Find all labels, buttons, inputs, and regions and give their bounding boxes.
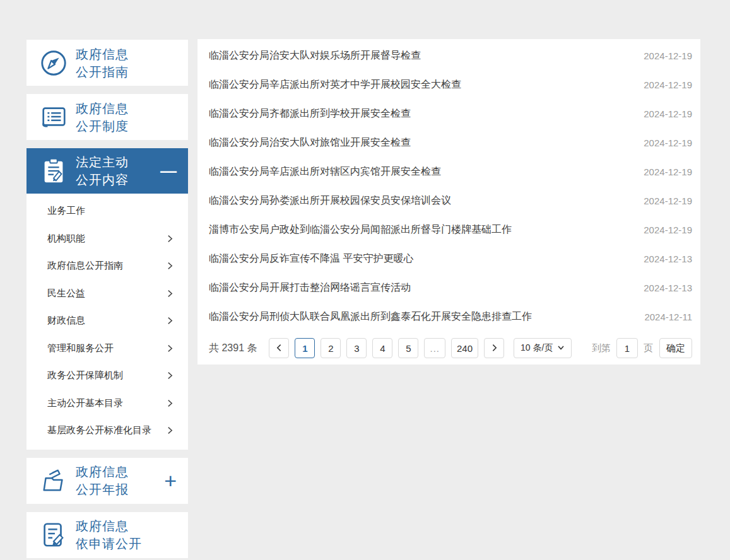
article-date: 2024-12-11 (644, 312, 692, 322)
sidebar-item-label: 政府信息 公开指南 (76, 45, 179, 81)
label-line2: 公开内容 (76, 171, 158, 189)
chevron-right-icon (166, 289, 174, 298)
sidebar-submenu: 业务工作 机构职能 政府信息公开指南 民生公益 财政信息 管理和服务公开 (26, 194, 188, 450)
subitem-label: 政务公开保障机制 (47, 370, 123, 382)
page-size-value: 10 条/页 (521, 342, 553, 354)
label-line2: 公开年报 (76, 481, 162, 498)
chevron-right-icon (166, 317, 174, 325)
list-item[interactable]: 临淄公安分局孙娄派出所开展校园保安员安保培训会议 2024-12-19 (197, 186, 700, 215)
label-line1: 政府信息 (76, 463, 162, 481)
label-line2: 公开指南 (76, 63, 179, 81)
list-item[interactable]: 淄博市公安局户政处到临淄公安分局闻韶派出所督导门楼牌基础工作 2024-12-1… (197, 215, 700, 244)
prev-page-button[interactable] (269, 338, 289, 358)
sidebar-item-annual-report[interactable]: 政府信息 公开年报 + (26, 458, 188, 504)
article-title[interactable]: 临淄公安分局开展打击整治网络谣言宣传活动 (209, 281, 411, 295)
goto-unit-label: 页 (644, 342, 653, 354)
article-title[interactable]: 临淄公安分局辛店派出所对辖区内宾馆开展安全检查 (209, 165, 441, 178)
folder-report-icon (38, 466, 69, 495)
list-item[interactable]: 临淄公安分局开展打击整治网络谣言宣传活动 2024-12-13 (197, 273, 700, 302)
next-page-button[interactable] (484, 338, 504, 358)
sidebar-subitem-fiscal-info[interactable]: 财政信息 (26, 307, 188, 335)
total-count-label: 共 2391 条 (209, 342, 257, 355)
sidebar-subitem-disclosure-guide[interactable]: 政府信息公开指南 (26, 252, 188, 280)
label-line2: 依申请公开 (76, 535, 179, 552)
article-date: 2024-12-19 (644, 195, 692, 206)
clipboard-pencil-icon (38, 156, 69, 185)
collapse-icon[interactable]: — (158, 163, 179, 179)
article-date: 2024-12-13 (644, 254, 692, 264)
sidebar: 政府信息 公开指南 政府信息 公开制度 (26, 40, 188, 560)
label-line1: 政府信息 (76, 45, 179, 63)
sidebar-subitem-basic-catalog[interactable]: 主动公开基本目录 (26, 390, 188, 417)
goto-label: 到第 (592, 342, 611, 354)
chevron-right-icon (166, 262, 174, 270)
sidebar-subitem-livelihood-welfare[interactable]: 民生公益 (26, 280, 188, 308)
article-date: 2024-12-13 (644, 283, 692, 293)
sidebar-subitem-safeguard-mechanism[interactable]: 政务公开保障机制 (26, 362, 188, 390)
subitem-label: 财政信息 (47, 315, 85, 327)
label-line1: 政府信息 (76, 100, 179, 117)
page-button-4[interactable]: 4 (372, 338, 392, 358)
chevron-right-icon (166, 371, 174, 380)
article-title[interactable]: 临淄公安分局刑侦大队联合凤凰派出所到鑫泰石化开展安全隐患排查工作 (209, 310, 532, 324)
chevron-right-icon (490, 343, 498, 354)
sidebar-item-label: 政府信息 依申请公开 (76, 517, 179, 552)
expand-icon[interactable]: + (162, 470, 179, 491)
sidebar-item-disclosure-guide[interactable]: 政府信息 公开指南 (26, 40, 188, 86)
page-button-5[interactable]: 5 (398, 338, 418, 358)
article-title[interactable]: 临淄公安分局辛店派出所对英才中学开展校园安全大检查 (209, 78, 461, 91)
sidebar-item-statutory-disclosure[interactable]: 法定主动 公开内容 — (26, 148, 188, 194)
sidebar-subitem-business-work[interactable]: 业务工作 (26, 197, 188, 225)
subitem-label: 业务工作 (47, 205, 85, 217)
subitem-label: 政府信息公开指南 (47, 260, 123, 272)
article-title[interactable]: 临淄公安分局孙娄派出所开展校园保安员安保培训会议 (209, 194, 451, 207)
sidebar-item-disclosure-system[interactable]: 政府信息 公开制度 (26, 94, 188, 140)
chevron-down-icon (557, 343, 565, 353)
list-item[interactable]: 临淄公安分局治安大队对娱乐场所开展督导检查 2024-12-19 (197, 41, 700, 70)
sidebar-item-label: 政府信息 公开年报 (76, 463, 162, 498)
subitem-label: 管理和服务公开 (47, 342, 114, 354)
subitem-label: 机构职能 (47, 233, 85, 245)
sidebar-item-disclosure-upon-request[interactable]: 政府信息 依申请公开 (26, 512, 188, 558)
page-button-240[interactable]: 240 (451, 338, 478, 358)
label-line1: 法定主动 (76, 153, 158, 171)
article-list-panel: 临淄公安分局治安大队对娱乐场所开展督导检查 2024-12-19 临淄公安分局辛… (197, 39, 700, 365)
chevron-right-icon (166, 426, 174, 435)
article-date: 2024-12-19 (644, 79, 692, 90)
subitem-label: 民生公益 (47, 288, 85, 300)
label-line1: 政府信息 (76, 517, 179, 535)
sidebar-group-statutory-disclosure: 法定主动 公开内容 — 业务工作 机构职能 政府信息公开指南 民生公益 财政 (26, 148, 188, 450)
article-title[interactable]: 临淄公安分局治安大队对旅馆业开展安全检查 (209, 136, 411, 149)
list-item[interactable]: 临淄公安分局齐都派出所到学校开展安全检查 2024-12-19 (197, 99, 700, 128)
article-date: 2024-12-19 (644, 137, 692, 148)
list-item[interactable]: 临淄公安分局辛店派出所对英才中学开展校园安全大检查 2024-12-19 (197, 70, 700, 99)
list-item[interactable]: 临淄公安分局刑侦大队联合凤凰派出所到鑫泰石化开展安全隐患排查工作 2024-12… (197, 302, 700, 331)
page-button-2[interactable]: 2 (321, 338, 341, 358)
page-size-select[interactable]: 10 条/页 (514, 338, 572, 358)
chevron-left-icon (275, 343, 283, 354)
label-line2: 公开制度 (76, 117, 179, 135)
confirm-button[interactable]: 确定 (659, 338, 692, 358)
list-item[interactable]: 临淄公安分局治安大队对旅馆业开展安全检查 2024-12-19 (197, 128, 700, 157)
page-button-1[interactable]: 1 (295, 338, 315, 358)
request-doc-icon (38, 520, 69, 549)
article-title[interactable]: 临淄公安分局反诈宣传不降温 平安守护更暖心 (209, 252, 413, 265)
sidebar-subitem-grassroots-catalog[interactable]: 基层政务公开标准化目录 (26, 417, 188, 445)
article-date: 2024-12-19 (644, 225, 692, 235)
page-button-3[interactable]: 3 (346, 338, 367, 358)
list-item[interactable]: 临淄公安分局反诈宣传不降温 平安守护更暖心 2024-12-13 (197, 244, 700, 273)
list-item[interactable]: 临淄公安分局辛店派出所对辖区内宾馆开展安全检查 2024-12-19 (197, 157, 700, 186)
article-title[interactable]: 淄博市公安局户政处到临淄公安分局闻韶派出所督导门楼牌基础工作 (209, 223, 512, 236)
sidebar-subitem-management-service[interactable]: 管理和服务公开 (26, 335, 188, 363)
chevron-right-icon (166, 235, 174, 243)
page-ellipsis-button[interactable]: ... (424, 338, 445, 358)
sidebar-subitem-org-functions[interactable]: 机构职能 (26, 225, 188, 253)
compass-icon (38, 49, 69, 78)
article-date: 2024-12-19 (644, 108, 692, 119)
goto-page-group: 到第 页 确定 (592, 338, 692, 358)
article-title[interactable]: 临淄公安分局治安大队对娱乐场所开展督导检查 (209, 49, 421, 62)
sidebar-item-label: 政府信息 公开制度 (76, 100, 179, 135)
article-title[interactable]: 临淄公安分局齐都派出所到学校开展安全检查 (209, 107, 411, 120)
goto-page-input[interactable] (616, 338, 638, 358)
subitem-label: 基层政务公开标准化目录 (47, 424, 151, 436)
